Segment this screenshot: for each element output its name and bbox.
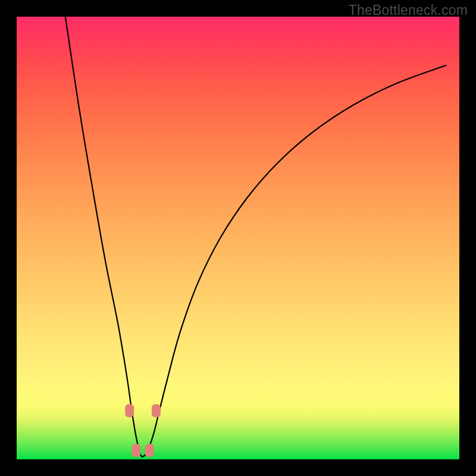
curve-overlay <box>17 17 459 459</box>
curve-line <box>65 17 446 457</box>
bottleneck-curve <box>65 17 446 457</box>
plot-area <box>17 17 459 459</box>
curve-marker <box>145 444 154 457</box>
curve-marker <box>125 404 134 417</box>
watermark-text: TheBottleneck.com <box>349 2 468 18</box>
curve-markers <box>125 404 161 457</box>
curve-marker <box>152 404 161 417</box>
curve-marker <box>131 444 140 457</box>
chart-frame: TheBottleneck.com <box>0 0 476 476</box>
